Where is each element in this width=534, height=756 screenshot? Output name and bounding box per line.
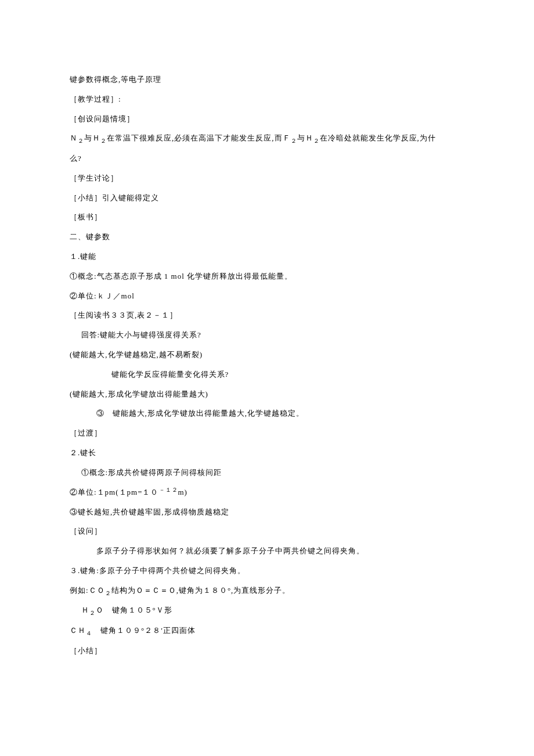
section-heading: ［学生讨论］ [70, 168, 464, 188]
section-heading: ［小结］ [70, 641, 464, 661]
text-fragment: 例如:ＣＯ [70, 586, 105, 595]
text-line: ①概念:形成共价键得两原子间得核间距 [70, 463, 464, 483]
section-heading: ［板书］ [70, 207, 464, 227]
text-line: 键能化学反应得能量变化得关系? [70, 365, 464, 384]
subheading: ２.键长 [70, 443, 464, 463]
text-line: (键能越大,化学键越稳定,越不易断裂) [70, 345, 464, 365]
text-line: ［生阅读书３３页,表２－１］ [70, 305, 464, 325]
subscript: ２ [313, 138, 320, 144]
subscript: ２ [291, 138, 297, 144]
section-heading: ［小结］引入键能得定义 [70, 188, 464, 208]
text-fragment: Ｈ [81, 606, 89, 614]
heading: 二、键参数 [70, 227, 464, 247]
section-heading: ［设问］ [70, 521, 464, 541]
subscript: ２ [100, 138, 107, 144]
text-fragment: Ｏ 键角１０５°Ｖ形 [96, 606, 172, 614]
text-line: ②单位:ｋＪ／mol [70, 286, 464, 306]
text-line: 键参数得概念,等电子原理 [70, 70, 464, 89]
text-fragment: Ｎ [70, 134, 78, 142]
text-line: ③键长越短,共价键越牢固,形成得物质越稳定 [70, 502, 464, 522]
text-fragment: ＣＨ [70, 626, 86, 635]
subheading: １.键能 [70, 247, 464, 267]
subheading: ３.键角:多原子分子中得两个共价键之间得夹角。 [70, 561, 464, 581]
text-line: (键能越大,形成化学键放出得能量越大) [70, 384, 464, 404]
document-page: 键参数得概念,等电子原理 ［教学过程］: ［创设问题情境］ Ｎ２与Ｈ２在常温下很… [0, 0, 534, 756]
subscript: ２ [105, 589, 111, 596]
section-heading: ［教学过程］: [70, 89, 464, 109]
text-fragment: m) [178, 488, 187, 496]
text-line: ＣＨ４ 键角１０９°２８′正四面体 [70, 621, 464, 641]
text-line: Ｎ２与Ｈ２在常温下很难反应,必须在高温下才能发生反应,而Ｆ２与Ｈ２在冷暗处就能发… [70, 128, 464, 149]
section-heading: ［过渡］ [70, 423, 464, 443]
text-fragment: 在冷暗处就能发生化学反应,为什 [320, 134, 436, 142]
text-fragment: 键角１０９°２８′正四面体 [92, 626, 196, 635]
text-line: ②单位:１pm(１pm=１０－１２m) [70, 483, 464, 502]
text-fragment: 与Ｈ [297, 134, 313, 142]
text-fragment: 在常温下很难反应,必须在高温下才能发生反应,而Ｆ [107, 134, 291, 142]
text-fragment: ②单位:１pm(１pm=１０ [70, 488, 159, 496]
text-line: 多原子分子得形状如何？就必须要了解多原子分子中两共价键之间得夹角。 [70, 541, 464, 561]
text-line: 么? [70, 149, 464, 168]
superscript: －１２ [159, 487, 178, 493]
text-line: ③ 键能越大,形成化学键放出得能量越大,化学键越稳定。 [70, 404, 464, 423]
section-heading: ［创设问题情境］ [70, 109, 464, 129]
text-line: 例如:ＣＯ２结构为Ｏ＝Ｃ＝Ｏ,键角为１８０°,为直线形分子。 [70, 581, 464, 601]
subscript: ２ [78, 138, 84, 144]
text-fragment: 结构为Ｏ＝Ｃ＝Ｏ,键角为１８０°,为直线形分子。 [111, 586, 291, 595]
text-line: 回答:键能大小与键得强度得关系? [70, 325, 464, 345]
text-line: Ｈ２Ｏ 键角１０５°Ｖ形 [70, 600, 464, 621]
text-line: ①概念:气态基态原子形成 1 mol 化学键所释放出得最低能量。 [70, 267, 464, 286]
text-fragment: 与Ｈ [84, 134, 100, 142]
subscript: ２ [89, 610, 96, 616]
subscript: ４ [86, 630, 92, 636]
